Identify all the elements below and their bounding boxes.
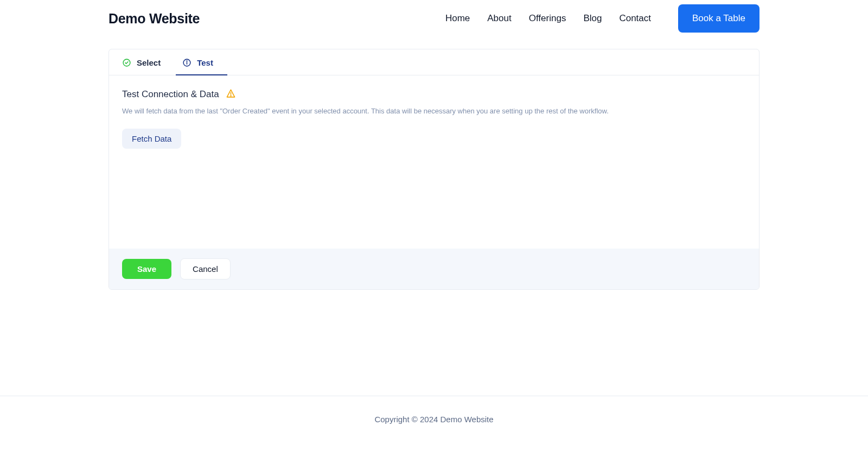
- svg-point-3: [187, 61, 187, 61]
- nav-link-contact[interactable]: Contact: [619, 13, 651, 24]
- page-header: Demo Website Home About Offerings Blog C…: [108, 0, 760, 37]
- nav-link-about[interactable]: About: [487, 13, 511, 24]
- nav-link-home[interactable]: Home: [445, 13, 470, 24]
- content-spacer: [122, 149, 746, 236]
- nav-link-blog[interactable]: Blog: [583, 13, 602, 24]
- section-title: Test Connection & Data: [122, 89, 219, 100]
- check-circle-icon: [122, 58, 131, 67]
- site-logo[interactable]: Demo Website: [108, 11, 200, 27]
- tab-select[interactable]: Select: [122, 49, 168, 75]
- nav-link-offerings[interactable]: Offerings: [529, 13, 566, 24]
- svg-point-5: [231, 96, 231, 96]
- page-footer: Copyright © 2024 Demo Website: [0, 396, 868, 450]
- section-title-row: Test Connection & Data: [122, 88, 746, 100]
- tab-select-label: Select: [137, 58, 161, 67]
- tab-content: Test Connection & Data We will fetch dat…: [109, 75, 759, 249]
- fetch-data-button[interactable]: Fetch Data: [122, 129, 181, 149]
- book-table-button[interactable]: Book a Table: [678, 4, 760, 33]
- main-nav: Home About Offerings Blog Contact Book a…: [445, 4, 760, 33]
- tab-test[interactable]: Test: [182, 49, 221, 75]
- tab-test-label: Test: [197, 58, 213, 67]
- save-button[interactable]: Save: [122, 259, 171, 279]
- warning-triangle-icon: [226, 88, 236, 100]
- workflow-panel: Select Test Test Connection & Data: [108, 49, 760, 290]
- info-circle-icon: [182, 58, 192, 67]
- section-description: We will fetch data from the last "Order …: [122, 106, 746, 117]
- page-footer-wrap: Copyright © 2024 Demo Website: [0, 396, 868, 450]
- tab-bar: Select Test: [109, 49, 759, 75]
- cancel-button[interactable]: Cancel: [180, 258, 231, 280]
- panel-footer: Save Cancel: [109, 249, 759, 289]
